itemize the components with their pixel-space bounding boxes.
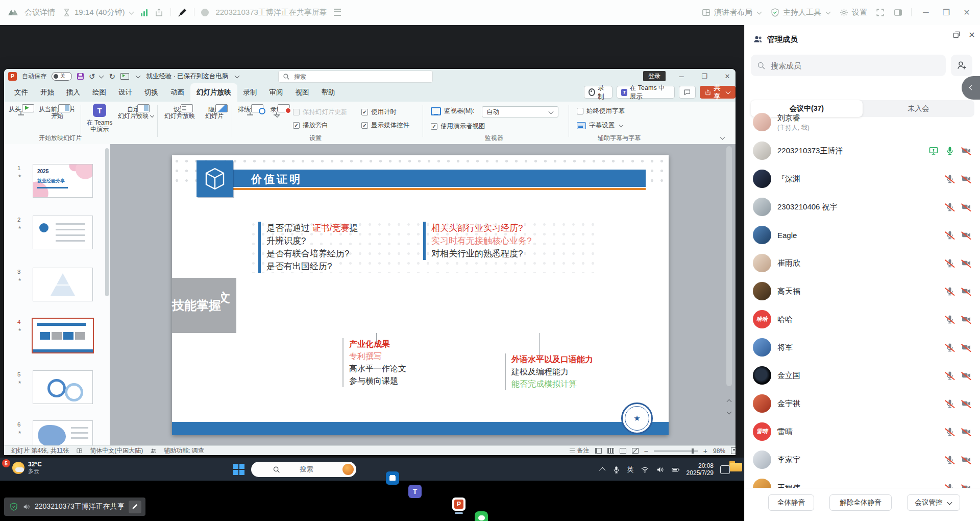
language-status[interactable]: 简体中文(中国大陆) — [90, 446, 143, 455]
ppt-restore-button[interactable]: ❐ — [694, 69, 715, 83]
mic-muted-icon[interactable] — [945, 230, 955, 240]
member-row[interactable]: 金立国 — [745, 361, 980, 389]
close-button[interactable]: ✕ — [961, 6, 973, 18]
document-title[interactable]: 就业经验 · 已保存到这台电脑 — [146, 72, 228, 81]
mic-muted-icon[interactable] — [945, 427, 955, 437]
mic-muted-icon[interactable] — [945, 342, 955, 352]
member-search-input[interactable] — [770, 61, 925, 70]
side-panel-toggle-icon[interactable] — [893, 8, 903, 17]
member-row[interactable]: 哈哈 哈哈 — [745, 305, 980, 333]
tab-help[interactable]: 帮助 — [315, 83, 341, 102]
ppt-search-box[interactable] — [278, 70, 433, 83]
speaker-layout-button[interactable]: 演讲者布局 — [701, 8, 762, 17]
start-slideshow-quick-icon[interactable] — [120, 73, 129, 80]
member-list[interactable]: 刘京睿 (主持人, 我) 2203210373王博洋 『深渊 23032104 — [745, 108, 980, 488]
member-row[interactable]: 雷晴 雷晴 — [745, 417, 980, 445]
member-row[interactable]: 『深渊 — [745, 164, 980, 193]
camera-off-icon[interactable] — [961, 370, 971, 381]
slide-thumbnail-5[interactable] — [33, 370, 93, 404]
zoom-in-button[interactable]: + — [703, 447, 707, 455]
notes-button[interactable]: 备注 — [570, 446, 590, 455]
tab-home[interactable]: 开始 — [34, 83, 60, 102]
zoom-out-button[interactable]: − — [644, 447, 648, 455]
thumbnail-scrollbar[interactable] — [105, 148, 109, 296]
collapse-ribbon-icon[interactable] — [720, 135, 725, 140]
camera-off-icon[interactable] — [961, 230, 971, 240]
ppt-search-input[interactable] — [293, 73, 397, 81]
save-icon[interactable] — [77, 73, 84, 80]
volume-icon[interactable] — [656, 465, 665, 474]
slide-thumbnail-4-selected[interactable] — [32, 318, 94, 353]
tab-design[interactable]: 设计 — [112, 83, 138, 102]
microsoft-store-icon[interactable] — [386, 471, 399, 485]
member-row[interactable]: 王程伟 — [745, 473, 980, 488]
camera-off-icon[interactable] — [961, 427, 971, 437]
ppt-minimize-button[interactable]: ─ — [671, 69, 692, 83]
taskbar-search[interactable]: 搜索 — [251, 462, 356, 477]
tray-mic-icon[interactable] — [612, 465, 621, 474]
annotation-pen-icon[interactable] — [178, 8, 187, 17]
comments-button[interactable] — [679, 86, 696, 99]
ppt-close-button[interactable]: ✕ — [717, 69, 736, 83]
camera-off-icon[interactable] — [961, 258, 971, 268]
minimize-button[interactable]: ─ — [920, 6, 932, 18]
slide-thumbnail-1[interactable]: 2025 就业经验分享 — [33, 164, 93, 198]
meeting-controls-button[interactable]: 会议管控 — [907, 494, 960, 511]
use-timings-checkbox[interactable]: 使用计时 — [361, 108, 397, 116]
play-narration-checkbox[interactable]: 播放旁白 — [293, 121, 328, 130]
rehearse-timings-button[interactable]: 排练计时 — [235, 104, 265, 113]
hide-slide-button[interactable]: 隐藏幻灯片 — [200, 104, 229, 120]
mic-muted-icon[interactable] — [945, 258, 955, 268]
slideshow-view-icon[interactable] — [632, 448, 639, 454]
mic-muted-icon[interactable] — [945, 398, 955, 409]
tab-insert[interactable]: 插入 — [60, 83, 86, 102]
camera-off-icon[interactable] — [961, 286, 971, 296]
panel-popout-button[interactable] — [951, 29, 962, 40]
current-slide[interactable]: 价值证明 是否需通过 证书/竞赛提升辨识度? 是否有联合培养经历? 是否有出国经… — [172, 155, 669, 435]
member-search-box[interactable] — [751, 55, 946, 76]
notification-center-icon[interactable] — [720, 465, 730, 474]
meeting-details-button[interactable]: 会议详情 — [24, 8, 55, 17]
member-row[interactable]: 李家宇 — [745, 445, 980, 473]
zoom-slider[interactable] — [654, 451, 698, 452]
fit-slide-to-window-icon[interactable] — [731, 447, 736, 454]
fullscreen-icon[interactable] — [875, 8, 885, 17]
open-external-icon[interactable] — [154, 8, 164, 17]
member-row[interactable]: 2203210373王博洋 — [745, 136, 980, 164]
tab-record[interactable]: 录制 — [237, 83, 263, 102]
mic-muted-icon[interactable] — [945, 455, 955, 465]
meeting-timer[interactable]: 19:14 (40分钟) — [62, 8, 134, 17]
camera-off-icon[interactable] — [961, 455, 971, 465]
tab-slideshow-active[interactable]: 幻灯片放映 — [190, 83, 237, 102]
member-row[interactable]: 崔雨欣 — [745, 249, 980, 277]
panel-close-button[interactable]: ✕ — [966, 29, 977, 40]
slide-thumbnail-2[interactable] — [33, 216, 93, 249]
tab-review[interactable]: 审阅 — [263, 83, 289, 102]
autosave-toggle[interactable]: 关 — [52, 72, 72, 81]
mic-muted-icon[interactable] — [945, 286, 955, 296]
camera-off-icon[interactable] — [961, 314, 971, 324]
tab-view[interactable]: 视图 — [289, 83, 315, 102]
powerpoint-taskbar-icon-active[interactable] — [452, 498, 465, 511]
maximize-button[interactable]: ❐ — [940, 6, 952, 18]
teams-taskbar-icon[interactable] — [408, 485, 422, 498]
record-ribbon-button[interactable]: 录制 — [266, 104, 287, 120]
next-slide-button[interactable] — [725, 408, 733, 416]
member-row[interactable]: 刘京睿 (主持人, 我) — [745, 108, 980, 136]
annotate-pencil-button[interactable] — [129, 501, 141, 513]
camera-off-icon[interactable] — [961, 483, 971, 488]
mic-on-icon[interactable] — [945, 146, 955, 156]
caption-settings-button[interactable]: 字幕设置 — [577, 121, 624, 130]
presenter-view-checkbox[interactable]: 使用演示者视图 — [431, 122, 485, 131]
normal-view-icon[interactable] — [595, 448, 602, 454]
wechat-icon[interactable] — [475, 511, 488, 521]
accessibility-status[interactable]: 辅助功能: 调查 — [164, 446, 204, 455]
slide-sorter-view-icon[interactable] — [607, 448, 614, 454]
mic-muted-icon[interactable] — [945, 370, 955, 381]
always-use-captions-checkbox[interactable]: 始终使用字幕 — [577, 107, 625, 115]
mic-muted-icon[interactable] — [945, 314, 955, 324]
sharing-menu-icon[interactable] — [334, 9, 341, 16]
host-tools-button[interactable]: 主持人工具 — [770, 8, 831, 17]
start-button[interactable] — [233, 464, 244, 475]
slide-thumbnail-6[interactable] — [33, 420, 93, 445]
